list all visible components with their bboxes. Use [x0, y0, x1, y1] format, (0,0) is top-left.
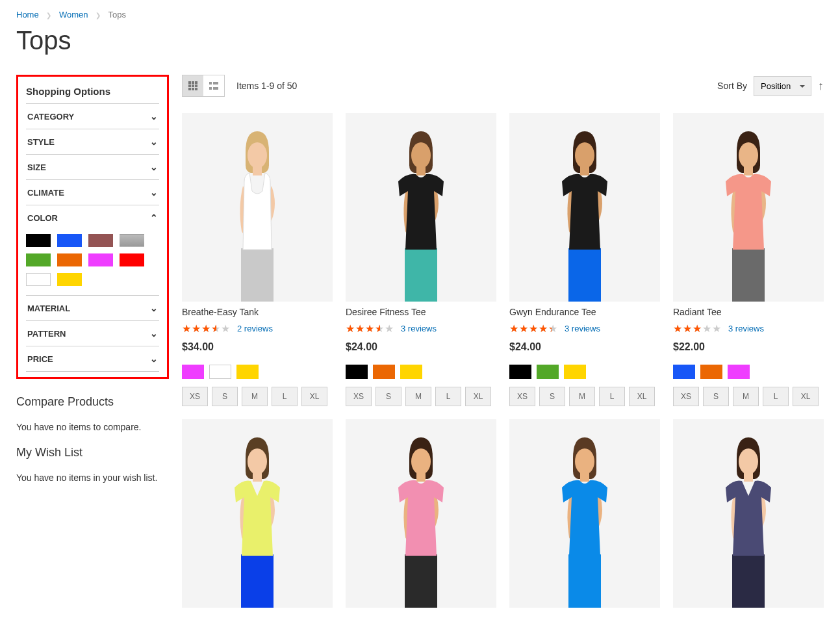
color-swatch-blue[interactable]	[57, 234, 82, 247]
color-swatch-brown[interactable]	[88, 234, 113, 247]
star-rating: ★★★★★★★★★★	[673, 322, 722, 335]
product-image-link[interactable]	[509, 113, 660, 302]
color-swatch-white[interactable]	[26, 273, 51, 286]
filter-label: PATTERN	[27, 329, 66, 339]
size-swatch-m[interactable]: M	[569, 387, 595, 406]
size-swatch-xs[interactable]: XS	[673, 387, 699, 406]
filter-climate[interactable]: CLIMATE ⌄	[26, 180, 159, 205]
color-swatch-orange[interactable]	[373, 365, 395, 379]
sort-direction-button[interactable]: ↑	[818, 79, 824, 93]
product-card	[509, 419, 660, 613]
filter-size[interactable]: SIZE ⌄	[26, 155, 159, 180]
size-swatch-xs[interactable]: XS	[182, 387, 208, 406]
size-swatch-xl[interactable]: XL	[629, 387, 655, 406]
size-swatch-xl[interactable]: XL	[465, 387, 491, 406]
color-swatch-green[interactable]	[26, 253, 51, 266]
product-image-link[interactable]	[182, 113, 333, 302]
product-image-link[interactable]	[182, 419, 333, 608]
color-swatch-black[interactable]	[26, 234, 51, 247]
wishlist-title: My Wish List	[16, 446, 169, 460]
compare-products-block: Compare Products You have no items to co…	[16, 395, 169, 434]
svg-rect-4	[192, 84, 194, 87]
reviews-link[interactable]: 3 reviews	[565, 324, 600, 333]
size-swatch-xl[interactable]: XL	[793, 387, 819, 406]
color-swatch-yellow[interactable]	[236, 365, 259, 379]
size-swatch-s[interactable]: S	[212, 387, 238, 406]
color-swatch-purple[interactable]	[728, 365, 750, 379]
filter-color[interactable]: COLOR ⌃	[26, 205, 159, 230]
breadcrumb-home[interactable]: Home	[16, 10, 39, 19]
list-view-button[interactable]	[203, 75, 224, 96]
color-swatch-magenta[interactable]	[88, 253, 113, 266]
product-image-link[interactable]	[509, 419, 660, 608]
svg-point-23	[739, 142, 758, 168]
breadcrumb-women[interactable]: Women	[59, 10, 88, 19]
color-swatch-purple[interactable]	[182, 365, 204, 379]
filter-material[interactable]: MATERIAL ⌄	[26, 296, 159, 321]
size-swatch-s[interactable]: S	[703, 387, 729, 406]
size-swatch-m[interactable]: M	[733, 387, 759, 406]
chevron-down-icon: ⌄	[150, 187, 158, 198]
filter-style[interactable]: STYLE ⌄	[26, 129, 159, 155]
size-swatch-l[interactable]: L	[599, 387, 625, 406]
color-swatch-blue[interactable]	[673, 365, 695, 379]
chevron-down-icon: ⌄	[150, 162, 158, 172]
color-swatch-black[interactable]	[346, 365, 368, 379]
svg-rect-18	[416, 166, 426, 175]
product-name-link[interactable]: Breathe-Easy Tank	[182, 307, 333, 317]
svg-rect-7	[192, 88, 194, 90]
size-swatch-l[interactable]: L	[435, 387, 461, 406]
rating-row: ★★★★★★★★★★2 reviews	[182, 322, 333, 335]
product-figure	[369, 120, 473, 302]
color-swatch-gray[interactable]	[120, 234, 144, 247]
filter-label: PRICE	[27, 354, 53, 364]
color-swatch-yellow[interactable]	[57, 273, 82, 286]
sort-by-select[interactable]: Position	[754, 76, 811, 96]
grid-view-button[interactable]	[183, 75, 203, 96]
color-swatch-black[interactable]	[509, 365, 531, 379]
color-swatch-red[interactable]	[120, 253, 144, 266]
product-image-link[interactable]	[673, 419, 824, 608]
size-swatch-xl[interactable]: XL	[301, 387, 327, 406]
size-swatch-xs[interactable]: XS	[509, 387, 535, 406]
product-name-link[interactable]: Radiant Tee	[673, 307, 824, 317]
product-card: Breathe-Easy Tank★★★★★★★★★★2 reviews$34.…	[182, 113, 333, 406]
chevron-down-icon: ⌄	[150, 354, 158, 364]
color-swatch-white[interactable]	[209, 365, 231, 379]
size-swatch-l[interactable]: L	[272, 387, 298, 406]
product-name-link[interactable]: Desiree Fitness Tee	[346, 307, 496, 317]
reviews-link[interactable]: 3 reviews	[728, 324, 764, 333]
chevron-down-icon: ⌄	[150, 328, 158, 339]
product-image-link[interactable]	[346, 419, 496, 608]
color-swatch-orange[interactable]	[57, 253, 82, 266]
color-swatch-yellow[interactable]	[400, 365, 422, 379]
wishlist-empty-text: You have no items in your wish list.	[16, 471, 169, 485]
grid-icon	[188, 81, 197, 90]
size-swatch-s[interactable]: S	[375, 387, 401, 406]
svg-rect-28	[405, 554, 437, 608]
color-swatch-green[interactable]	[537, 365, 559, 379]
size-swatch-m[interactable]: M	[242, 387, 268, 406]
product-size-swatches: XSSMLXL	[509, 387, 660, 406]
filter-price[interactable]: PRICE ⌄	[26, 346, 159, 372]
svg-point-26	[248, 448, 267, 474]
product-price: $24.00	[509, 341, 660, 353]
filter-pattern[interactable]: PATTERN ⌄	[26, 321, 159, 346]
svg-rect-33	[580, 473, 589, 482]
product-name-link[interactable]: Gwyn Endurance Tee	[509, 307, 660, 317]
size-swatch-s[interactable]: S	[539, 387, 565, 406]
product-image-link[interactable]	[346, 113, 496, 302]
filter-category[interactable]: CATEGORY ⌄	[26, 104, 159, 129]
filter-label: CLIMATE	[27, 188, 64, 198]
svg-rect-2	[195, 81, 197, 84]
reviews-link[interactable]: 2 reviews	[237, 324, 273, 333]
size-swatch-m[interactable]: M	[405, 387, 431, 406]
size-swatch-l[interactable]: L	[763, 387, 789, 406]
size-swatch-xs[interactable]: XS	[346, 387, 372, 406]
color-swatch-orange[interactable]	[700, 365, 722, 379]
color-swatch-yellow[interactable]	[564, 365, 586, 379]
reviews-link[interactable]: 3 reviews	[401, 324, 437, 333]
svg-rect-11	[209, 87, 212, 90]
chevron-up-icon: ⌃	[150, 213, 158, 223]
product-image-link[interactable]	[673, 113, 824, 302]
